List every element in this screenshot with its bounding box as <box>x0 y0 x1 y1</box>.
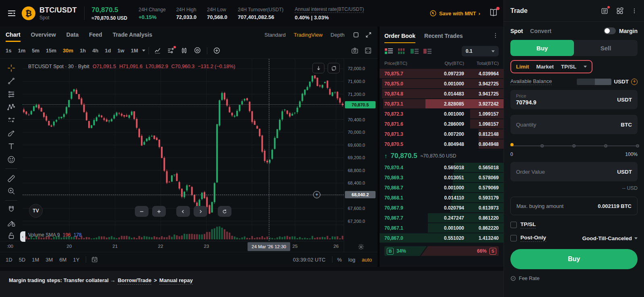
orderbook-bid-row[interactable]: 70,868.7 0.001000 0.579069 <box>380 183 504 193</box>
camera-icon[interactable] <box>351 47 359 54</box>
slider-handle[interactable] <box>510 143 514 146</box>
tradingview-logo[interactable]: TV <box>29 204 43 218</box>
margin-toggle[interactable] <box>604 27 616 34</box>
timeframe-1d[interactable]: 1d <box>105 48 111 54</box>
timeframe-1s[interactable]: 1s <box>6 48 11 54</box>
octagon-icon[interactable] <box>194 47 201 54</box>
tool-brush[interactable] <box>4 128 18 138</box>
add-order-plus-icon[interactable]: + <box>313 191 320 198</box>
reload-chart-button[interactable] <box>218 206 231 217</box>
view-mode-standard[interactable]: Standard <box>264 32 286 38</box>
expand-icon[interactable] <box>365 31 372 38</box>
kebab-menu-icon[interactable] <box>631 8 638 14</box>
tool-zoomin[interactable] <box>4 186 18 196</box>
pair-selector[interactable]: BTC/USDT Spot <box>39 6 77 21</box>
orderbook-ask-row[interactable]: 70,871.3 0.007200 0.812148 <box>380 129 504 139</box>
square-icon[interactable] <box>353 31 359 38</box>
time-in-force-select[interactable]: Good-Till-Canceled <box>582 235 638 241</box>
kebab-menu-icon[interactable] <box>492 32 499 39</box>
tpsl-label[interactable]: TP/SL <box>520 221 536 228</box>
tab-order-book[interactable]: Order Book <box>384 28 415 43</box>
available-balance-label[interactable]: Available Balance <box>510 78 552 85</box>
range-5d[interactable]: 5D <box>19 257 26 263</box>
view-mode-tradingview[interactable]: TradingView <box>294 32 323 38</box>
view-asks-only-icon[interactable] <box>423 48 432 55</box>
orderbook-bid-row[interactable]: 70,867.0 0.551020 1.413240 <box>380 233 504 243</box>
orderbook-ask-row[interactable]: 70,874.8 0.014483 3.941725 <box>380 89 504 99</box>
tab-feed[interactable]: Feed <box>89 28 102 42</box>
time-axis[interactable]: :002021222324252624 Mar '26 12:30 <box>0 241 344 252</box>
fee-rate-row[interactable]: Fee Rate <box>510 276 638 281</box>
price-field[interactable]: Price 70794.9 USDT <box>510 90 638 109</box>
timeframe-1h[interactable]: 1h <box>80 48 86 54</box>
tool-lock[interactable] <box>4 231 18 241</box>
timeframe-1w[interactable]: 1w <box>118 48 124 54</box>
zoom-in-button[interactable] <box>152 206 166 217</box>
tool-emoji[interactable] <box>4 154 18 164</box>
tool-forecast[interactable] <box>4 115 18 125</box>
tool-trend[interactable] <box>4 76 18 86</box>
tool-text[interactable] <box>4 141 18 151</box>
linechart-icon[interactable] <box>154 47 161 54</box>
range-6m[interactable]: 6M <box>59 257 66 263</box>
price-axis[interactable]: 72,000.071,600.071,200.070,400.070,000.0… <box>344 59 378 252</box>
view-bids-only-icon[interactable] <box>410 48 419 55</box>
tab-trade-analysis[interactable]: Trade Analysis <box>113 28 152 42</box>
tab-overview[interactable]: Overview <box>31 28 56 42</box>
post-only-checkbox[interactable] <box>510 235 517 241</box>
menu-icon[interactable] <box>6 8 17 18</box>
orderbook-bid-row[interactable]: 70,870.4 0.565018 0.565018 <box>380 162 504 172</box>
order-type-limit[interactable]: Limit <box>516 64 529 70</box>
view-mode-depth[interactable]: Depth <box>330 32 345 38</box>
chevron-down-icon[interactable] <box>584 66 587 68</box>
timeframe-1m[interactable]: 1m <box>18 48 25 54</box>
range-1d[interactable]: 1D <box>6 257 12 263</box>
plot-area[interactable]: BTCUSDT Spot · 30 · Bybit O71,091.5 H71,… <box>23 59 344 241</box>
orderbook-ask-row[interactable]: 70,870.5 0.804948 0.804948 <box>380 139 504 149</box>
tool-magnet[interactable] <box>4 205 18 215</box>
tab-convert[interactable]: Convert <box>530 28 551 34</box>
volume-indicator-label[interactable]: Volume SMA 9 196 178 <box>28 232 82 238</box>
post-only-label[interactable]: Post-Only <box>520 235 546 242</box>
orderbook-bid-row[interactable]: 70,868.1 0.014110 0.593179 <box>380 193 504 203</box>
orderbook-ask-row[interactable]: 70,873.1 2.828085 3.927242 <box>380 99 504 109</box>
precision-select[interactable]: 0.1 <box>462 46 499 56</box>
quantity-field[interactable]: Quantity BTC <box>510 115 638 134</box>
scale-auto[interactable]: auto <box>362 257 372 263</box>
buy-tab[interactable]: Buy <box>510 40 574 56</box>
scale-log[interactable]: log <box>348 257 355 263</box>
timeframe-5m[interactable]: 5m <box>32 48 39 54</box>
indicators-icon[interactable] <box>167 47 175 54</box>
save-with-mnt-button[interactable]: Save with MNT › <box>429 10 480 17</box>
pan-right-button[interactable] <box>194 206 207 217</box>
orderbook-ask-row[interactable]: 70,875.7 0.097239 4.039964 <box>380 69 504 79</box>
buy-button[interactable]: Buy <box>510 249 638 269</box>
interest-label[interactable]: Annual interest rate(BTC/USDT) <box>295 6 364 13</box>
manual-repay-link[interactable]: Manual repay <box>159 277 193 285</box>
layout-grid-icon[interactable] <box>616 7 624 15</box>
pan-left-button[interactable] <box>176 206 190 217</box>
timeframe-30m[interactable]: 30m <box>63 48 73 54</box>
timeframe-15m[interactable]: 15m <box>46 48 56 54</box>
order-value-field[interactable]: Order Value USDT <box>510 162 638 181</box>
orderbook-ask-row[interactable]: 70,871.6 0.286009 1.098157 <box>380 119 504 129</box>
scroll-to-recent-button[interactable] <box>312 63 324 73</box>
range-3m[interactable]: 3M <box>45 257 53 263</box>
tool-crosshair[interactable] <box>4 63 18 73</box>
range-1m[interactable]: 1M <box>32 257 39 263</box>
tab-data[interactable]: Data <box>66 28 78 42</box>
collapse-panel-handle[interactable]: ‹ <box>20 231 25 242</box>
slider-stop-50[interactable] <box>572 144 576 147</box>
tab-recent-trades[interactable]: Recent Trades <box>424 28 463 43</box>
timeframe-4h[interactable]: 4h <box>92 48 98 54</box>
timeframe-1m[interactable]: 1M <box>131 48 138 54</box>
tool-ruler[interactable] <box>4 173 18 183</box>
order-type-market[interactable]: Market <box>536 64 554 70</box>
tool-xabcd[interactable] <box>4 102 18 112</box>
borrow-trade-link[interactable]: Borrow/Trade <box>118 277 151 285</box>
deposit-plus-icon[interactable]: + <box>631 79 638 85</box>
tool-pencillock[interactable] <box>4 218 18 228</box>
go-to-date-icon[interactable] <box>91 256 98 263</box>
orderbook-bid-row[interactable]: 70,867.7 0.247247 0.861220 <box>380 213 504 223</box>
reset-view-button[interactable] <box>328 63 340 73</box>
